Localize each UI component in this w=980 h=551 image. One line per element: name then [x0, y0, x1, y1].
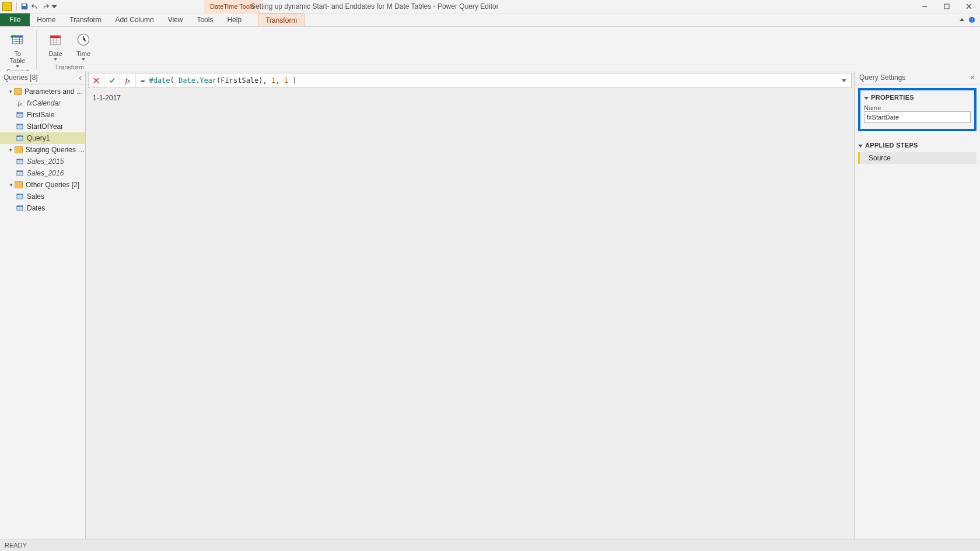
svg-rect-12	[17, 124, 23, 125]
tab-transform[interactable]: Transform	[62, 13, 108, 26]
folder-icon	[14, 145, 23, 155]
queries-pane: Queries [8] ‹ ▾Parameters and Fu...fxfxC…	[0, 71, 86, 539]
svg-rect-16	[17, 159, 23, 160]
status-bar: READY	[0, 539, 980, 551]
qat-customize-icon[interactable]	[51, 1, 58, 12]
query-item[interactable]: Sales_2015	[0, 156, 85, 167]
group-label: Staging Queries [2]	[26, 146, 85, 154]
applied-step[interactable]: Source	[858, 152, 977, 164]
document-title: Setting up dynamic Start- and Enddates f…	[251, 0, 910, 13]
redo-icon[interactable]	[40, 1, 51, 12]
tab-context-transform[interactable]: Transform	[258, 13, 304, 26]
query-item[interactable]: fxfxCalendar	[0, 97, 85, 109]
ribbon-collapse-button[interactable]: ?	[954, 13, 980, 26]
query-group[interactable]: ▾Staging Queries [2]	[0, 144, 85, 156]
tab-help[interactable]: Help	[220, 13, 249, 26]
svg-rect-7	[50, 36, 61, 38]
query-item[interactable]: Sales_2016	[0, 167, 85, 179]
query-label: StartOfYear	[27, 122, 63, 131]
query-name-input[interactable]	[864, 111, 971, 123]
svg-rect-10	[17, 113, 23, 114]
collapse-pane-icon[interactable]: ‹	[79, 73, 82, 82]
formula-confirm-button[interactable]	[104, 73, 120, 87]
query-group[interactable]: ▾Other Queries [2]	[0, 179, 85, 191]
close-settings-icon[interactable]: ✕	[970, 73, 975, 82]
tab-file[interactable]: File	[0, 13, 30, 26]
ribbon-group-label: Transform	[41, 63, 97, 71]
formula-expand-button[interactable]	[837, 78, 851, 83]
query-item[interactable]: Dates	[0, 202, 85, 214]
date-button[interactable]: Date	[41, 29, 69, 61]
table-icon	[15, 192, 24, 201]
query-label: Sales	[27, 192, 44, 201]
properties-title[interactable]: PROPERTIES	[864, 94, 971, 101]
query-item[interactable]: StartOfYear	[0, 121, 85, 132]
undo-icon[interactable]	[30, 1, 40, 12]
help-icon[interactable]: ?	[968, 16, 975, 23]
applied-steps-title[interactable]: APPLIED STEPS	[858, 142, 977, 149]
clock-icon	[74, 30, 93, 49]
query-item[interactable]: FirstSale	[0, 109, 85, 121]
status-text: READY	[5, 542, 27, 549]
preview-area: 1-1-2017	[88, 90, 852, 537]
ribbon-btn-label: Date	[48, 50, 62, 57]
save-icon[interactable]	[19, 1, 30, 12]
table-icon	[15, 169, 24, 178]
preview-value: 1-1-2017	[88, 90, 852, 106]
ribbon-btn-label: Time	[76, 50, 90, 57]
svg-rect-0	[922, 6, 927, 7]
table-icon	[15, 122, 24, 131]
window-minimize-button[interactable]	[914, 0, 936, 13]
query-label: Sales_2015	[27, 157, 64, 166]
svg-rect-14	[17, 136, 23, 137]
queries-pane-title: Queries [8]	[4, 73, 38, 82]
name-label: Name	[864, 104, 971, 111]
group-label: Parameters and Fu...	[24, 87, 85, 96]
formula-cancel-button[interactable]	[89, 73, 104, 87]
tab-add-column[interactable]: Add Column	[108, 13, 161, 26]
folder-icon	[14, 180, 23, 189]
table-icon	[15, 203, 24, 213]
query-settings-pane: Query Settings ✕ PROPERTIES Name APPLIED…	[854, 71, 980, 539]
tab-home[interactable]: Home	[30, 13, 62, 26]
formula-text[interactable]: = #date( Date.Year(FirstSale), 1, 1 )	[136, 76, 837, 85]
query-group[interactable]: ▾Parameters and Fu...	[0, 86, 85, 97]
query-label: FirstSale	[27, 111, 54, 119]
svg-rect-20	[17, 194, 23, 195]
group-label: Other Queries [2]	[26, 181, 79, 189]
svg-rect-22	[17, 206, 23, 207]
window-restore-button[interactable]	[936, 0, 958, 13]
query-item[interactable]: Query1	[0, 132, 85, 144]
time-button[interactable]: Time	[69, 29, 97, 61]
fx-icon: fx	[15, 99, 24, 108]
calendar-icon	[46, 30, 65, 49]
table-icon	[15, 110, 24, 120]
table-icon	[15, 157, 24, 166]
formula-bar: fx = #date( Date.Year(FirstSale), 1, 1 )	[88, 73, 852, 88]
properties-section: PROPERTIES Name	[858, 88, 977, 131]
fx-icon[interactable]: fx	[120, 73, 136, 87]
query-label: fxCalendar	[27, 99, 61, 107]
to-table-icon	[8, 30, 27, 49]
folder-icon	[13, 87, 22, 96]
settings-pane-title: Query Settings	[859, 73, 905, 82]
svg-rect-18	[17, 171, 23, 172]
svg-rect-1	[944, 4, 949, 9]
app-icon	[1, 1, 13, 12]
query-label: Query1	[27, 134, 50, 142]
ribbon-btn-label: ToTable	[10, 50, 25, 64]
tab-view[interactable]: View	[161, 13, 190, 26]
query-item[interactable]: Sales	[0, 191, 85, 202]
svg-text:?: ?	[971, 17, 974, 23]
query-label: Dates	[27, 204, 45, 212]
table-icon	[15, 134, 24, 143]
to-table-button[interactable]: ToTable	[4, 29, 32, 68]
window-close-button[interactable]	[958, 0, 980, 13]
tab-tools[interactable]: Tools	[190, 13, 220, 26]
query-label: Sales_2016	[27, 169, 64, 177]
